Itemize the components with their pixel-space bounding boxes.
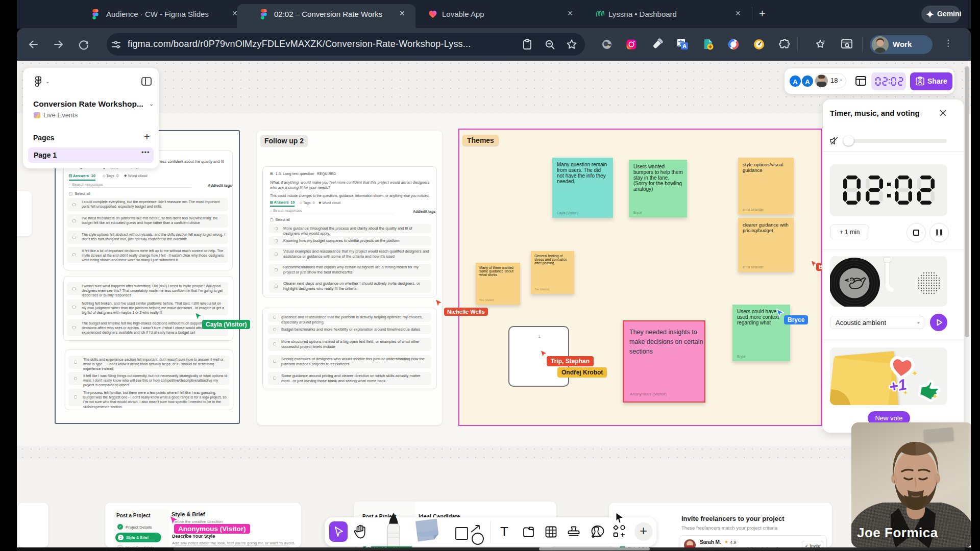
- svg-text:A: A: [682, 43, 687, 49]
